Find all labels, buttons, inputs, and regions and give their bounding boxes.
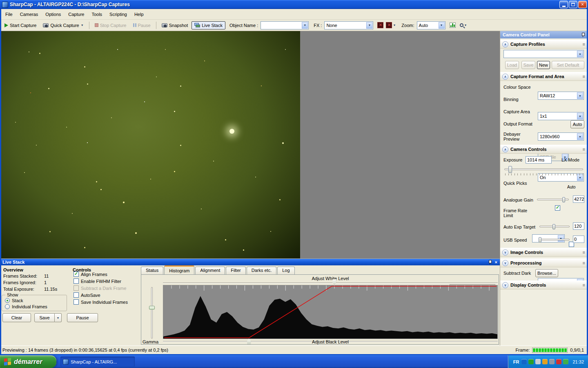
auto-exp-slider-thumb[interactable] bbox=[552, 224, 555, 229]
gamma-slider[interactable] bbox=[151, 287, 153, 339]
autosave-checkbox[interactable] bbox=[74, 292, 79, 298]
auto-exp-value[interactable]: 120 bbox=[573, 222, 584, 230]
usb-speed-value[interactable]: 0 bbox=[573, 236, 584, 243]
section-camera-controls[interactable]: ∧ Camera Controls ≡ bbox=[500, 145, 587, 154]
save-profile-button[interactable]: Save bbox=[521, 61, 535, 69]
histogram-tool-icon[interactable] bbox=[450, 22, 456, 28]
autosave-option[interactable]: AutoSave bbox=[74, 292, 100, 298]
display-icon[interactable] bbox=[528, 359, 534, 364]
chevron-up-icon[interactable]: ∧ bbox=[502, 41, 508, 47]
white-level-slider[interactable] bbox=[163, 283, 498, 283]
menu-tools[interactable]: Tools bbox=[88, 10, 106, 18]
chevron-up-icon[interactable]: ∧ bbox=[502, 74, 508, 80]
lx-mode-checkbox[interactable] bbox=[555, 205, 560, 211]
tab-alignment[interactable]: Alignment bbox=[195, 267, 225, 274]
white-level-marker[interactable] bbox=[332, 279, 336, 285]
close-button[interactable]: × bbox=[578, 1, 587, 8]
menu-scripting[interactable]: Scripting bbox=[106, 10, 131, 18]
dropdown-arrow-icon[interactable]: ▼ bbox=[366, 22, 372, 29]
graphics-icon[interactable] bbox=[542, 359, 548, 364]
object-name-input[interactable]: ▼ bbox=[261, 21, 309, 29]
save-button[interactable]: Save bbox=[34, 313, 55, 322]
close-icon[interactable]: × bbox=[495, 260, 497, 265]
profile-select[interactable]: ▼ bbox=[503, 50, 584, 58]
section-image-controls[interactable]: ∨ Image Controls ≡ bbox=[500, 248, 587, 257]
taskbar-clock[interactable]: 21:32 bbox=[572, 359, 584, 364]
menu-icon[interactable]: ≡ bbox=[583, 260, 585, 265]
exposure-slider-thumb[interactable] bbox=[508, 166, 512, 173]
snapshot-button[interactable]: Snapshot bbox=[159, 21, 191, 29]
gamma-slider-thumb[interactable] bbox=[149, 306, 155, 310]
zoom-select[interactable]: Auto ▼ bbox=[417, 21, 445, 29]
tab-status[interactable]: Status bbox=[141, 267, 163, 274]
magnifier-icon[interactable] bbox=[460, 23, 463, 27]
individual-frames-radio[interactable] bbox=[5, 304, 10, 309]
quick-picks-select[interactable]: ▼ bbox=[532, 234, 565, 242]
flat-frame-toggle-icon[interactable] bbox=[386, 22, 392, 28]
usb-icon[interactable] bbox=[549, 359, 555, 364]
taskbar-task-sharpcap[interactable]: SharpCap - ALTAIRG... bbox=[60, 357, 135, 367]
colour-space-select[interactable]: RAW12 ▼ bbox=[538, 92, 584, 100]
stop-capture-button[interactable]: Stop Capture bbox=[92, 21, 129, 29]
section-preprocessing[interactable]: ∨ Preprocessing ≡ bbox=[500, 258, 587, 267]
minimize-button[interactable] bbox=[559, 1, 568, 8]
section-capture-profiles[interactable]: ∧ Capture Profiles ≡ bbox=[500, 40, 587, 49]
section-format-area[interactable]: ∧ Capture Format and Area ≡ bbox=[500, 72, 587, 81]
pin-icon[interactable] bbox=[488, 260, 492, 265]
eject-icon[interactable] bbox=[563, 359, 568, 364]
gain-slider-thumb[interactable] bbox=[562, 197, 565, 202]
tab-darks[interactable]: Darks etc. bbox=[247, 267, 277, 274]
dropdown-arrow-icon[interactable]: ▼ bbox=[558, 235, 564, 242]
save-dropdown-button[interactable]: ▼ bbox=[55, 313, 62, 322]
menu-icon[interactable]: ≡ bbox=[583, 147, 585, 152]
dropdown-arrow-icon[interactable]: ▼ bbox=[302, 22, 308, 29]
menu-icon[interactable]: ≡ bbox=[583, 283, 585, 287]
menu-icon[interactable]: ≡ bbox=[583, 42, 585, 47]
menu-options[interactable]: Options bbox=[42, 10, 65, 18]
usb-speed-slider-thumb[interactable] bbox=[539, 237, 541, 242]
chevron-down-icon[interactable]: ∨ bbox=[502, 282, 508, 288]
subtract-dark-checkbox[interactable] bbox=[74, 285, 79, 291]
dropdown-arrow-icon[interactable]: ▼ bbox=[439, 22, 445, 29]
fx-select[interactable]: None ▼ bbox=[324, 21, 373, 29]
bluetooth-icon[interactable] bbox=[521, 359, 527, 364]
tab-histogram[interactable]: Histogram bbox=[164, 265, 194, 274]
histogram-plot[interactable] bbox=[163, 285, 498, 339]
tab-filter[interactable]: Filter bbox=[226, 267, 245, 274]
binning-select[interactable]: 1x1 ▼ bbox=[538, 112, 584, 120]
start-button[interactable]: démarrer bbox=[0, 355, 56, 368]
align-frames-checkbox[interactable] bbox=[74, 272, 79, 277]
save-individual-checkbox[interactable] bbox=[74, 299, 79, 305]
chevron-down-icon[interactable]: ∨ bbox=[502, 260, 508, 266]
section-display-controls[interactable]: ∨ Display Controls ≡ bbox=[500, 280, 587, 289]
show-individual-option[interactable]: Individual Frames bbox=[5, 304, 47, 309]
dropdown-arrow-icon[interactable]: ▼ bbox=[577, 92, 583, 99]
menu-help[interactable]: Help bbox=[131, 10, 147, 18]
chevron-down-icon[interactable]: ∨ bbox=[502, 249, 508, 256]
show-stack-option[interactable]: Stack bbox=[5, 298, 23, 303]
usb-speed-slider[interactable] bbox=[539, 239, 570, 240]
menu-file[interactable]: File bbox=[2, 10, 16, 18]
set-default-button[interactable]: Set Default bbox=[552, 61, 584, 69]
align-frames-option[interactable]: Align Frames bbox=[74, 272, 107, 277]
output-auto-button[interactable]: Auto bbox=[570, 120, 584, 128]
new-profile-button[interactable]: New bbox=[537, 61, 550, 69]
dropdown-arrow-icon[interactable]: ▼ bbox=[577, 51, 583, 57]
language-indicator[interactable]: FR bbox=[513, 359, 519, 364]
antivirus-icon[interactable] bbox=[556, 359, 561, 364]
browse-dark-button[interactable]: Browse... bbox=[535, 269, 558, 277]
capture-area-select[interactable]: 1280x960 ▼ bbox=[538, 132, 584, 141]
clear-button[interactable]: Clear bbox=[2, 313, 31, 322]
pause-stack-button[interactable]: Pause bbox=[67, 313, 98, 322]
menu-icon[interactable]: ≡ bbox=[583, 250, 585, 255]
exposure-slider[interactable] bbox=[504, 168, 583, 170]
restore-button[interactable] bbox=[569, 1, 577, 8]
fwhm-filter-checkbox[interactable] bbox=[74, 278, 79, 284]
pin-icon[interactable] bbox=[581, 33, 585, 37]
menu-capture[interactable]: Capture bbox=[65, 10, 88, 18]
chevron-up-icon[interactable]: ∧ bbox=[502, 146, 508, 153]
save-individual-option[interactable]: Save Individual Frames bbox=[74, 299, 128, 305]
menu-cameras[interactable]: Cameras bbox=[16, 10, 42, 18]
load-profile-button[interactable]: Load bbox=[505, 61, 519, 69]
quick-capture-button[interactable]: Quick Capture ▼ bbox=[40, 21, 86, 29]
